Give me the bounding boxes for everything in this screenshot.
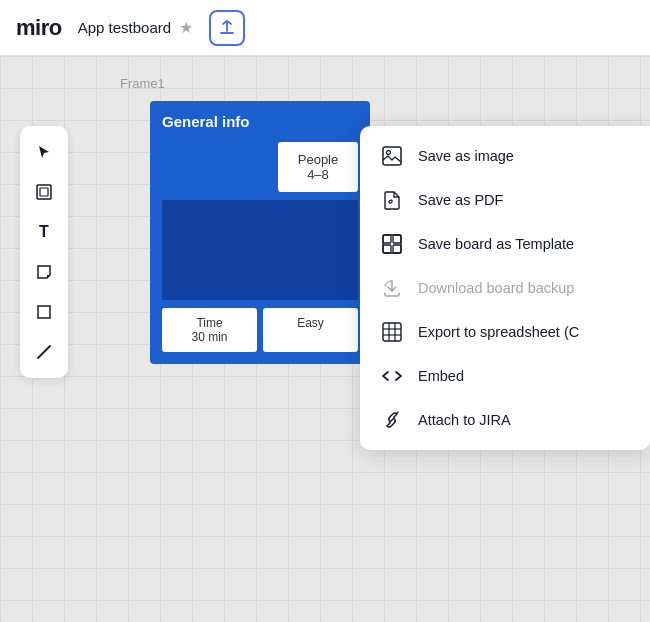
board-title-area: App testboard ★	[78, 10, 245, 46]
svg-rect-9	[383, 245, 391, 253]
frame-tool[interactable]	[26, 174, 62, 210]
attach-jira-icon	[380, 408, 404, 432]
upload-icon	[219, 20, 235, 36]
line-icon	[36, 344, 52, 360]
shape-icon	[36, 304, 52, 320]
canvas: Frame1 General info People 4–8 Time 30 m…	[0, 56, 650, 622]
text-icon: T	[39, 223, 49, 241]
dropdown-menu: Save as image Save as PDF	[360, 126, 650, 450]
sticky-easy: Easy	[263, 308, 358, 352]
cursor-tool[interactable]	[26, 134, 62, 170]
save-image-icon	[380, 144, 404, 168]
svg-rect-1	[40, 188, 48, 196]
star-icon[interactable]: ★	[179, 18, 193, 37]
embed-label: Embed	[418, 368, 464, 384]
export-spreadsheet-label: Export to spreadsheet (C	[418, 324, 579, 340]
miro-logo: miro	[16, 15, 62, 41]
svg-line-3	[38, 346, 50, 358]
download-backup-label: Download board backup	[418, 280, 574, 296]
bottom-stickies: Time 30 min Easy	[162, 308, 358, 352]
menu-item-attach-jira[interactable]: Attach to JIRA	[360, 398, 650, 442]
menu-item-save-image[interactable]: Save as image	[360, 134, 650, 178]
download-backup-icon	[380, 276, 404, 300]
shape-tool[interactable]	[26, 294, 62, 330]
line-tool[interactable]	[26, 334, 62, 370]
topbar: miro App testboard ★	[0, 0, 650, 56]
sticky-time: Time 30 min	[162, 308, 257, 352]
svg-rect-7	[383, 235, 391, 243]
blue-rectangle	[162, 200, 358, 300]
sticky-time-line2: 30 min	[170, 330, 249, 344]
save-template-label: Save board as Template	[418, 236, 574, 252]
upload-button[interactable]	[209, 10, 245, 46]
export-spreadsheet-icon	[380, 320, 404, 344]
svg-rect-11	[383, 323, 401, 341]
save-pdf-label: Save as PDF	[418, 192, 503, 208]
embed-icon	[380, 364, 404, 388]
svg-rect-6	[383, 235, 401, 253]
svg-rect-0	[37, 185, 51, 199]
sticky-people: People 4–8	[278, 142, 358, 192]
svg-rect-10	[393, 245, 401, 253]
menu-item-export-spreadsheet[interactable]: Export to spreadsheet (C	[360, 310, 650, 354]
cursor-icon	[36, 144, 52, 160]
menu-item-embed[interactable]: Embed	[360, 354, 650, 398]
save-image-label: Save as image	[418, 148, 514, 164]
attach-jira-label: Attach to JIRA	[418, 412, 511, 428]
menu-item-save-pdf[interactable]: Save as PDF	[360, 178, 650, 222]
sticky-time-line1: Time	[170, 316, 249, 330]
text-tool[interactable]: T	[26, 214, 62, 250]
svg-point-5	[387, 151, 391, 155]
board-title: App testboard	[78, 19, 171, 36]
board-content: General info People 4–8 Time 30 min Easy	[150, 101, 370, 364]
board-content-title: General info	[162, 113, 358, 130]
sticky-people-line1: People	[288, 152, 348, 167]
svg-rect-4	[383, 147, 401, 165]
menu-item-download-backup: Download board backup	[360, 266, 650, 310]
menu-item-save-template[interactable]: Save board as Template	[360, 222, 650, 266]
frame-label: Frame1	[120, 76, 165, 91]
svg-rect-8	[393, 235, 401, 243]
sticky-tool[interactable]	[26, 254, 62, 290]
left-toolbar: T	[20, 126, 68, 378]
sticky-icon	[36, 264, 52, 280]
frame-icon	[35, 183, 53, 201]
svg-rect-2	[38, 306, 50, 318]
save-pdf-icon	[380, 188, 404, 212]
save-template-icon	[380, 232, 404, 256]
sticky-people-line2: 4–8	[288, 167, 348, 182]
